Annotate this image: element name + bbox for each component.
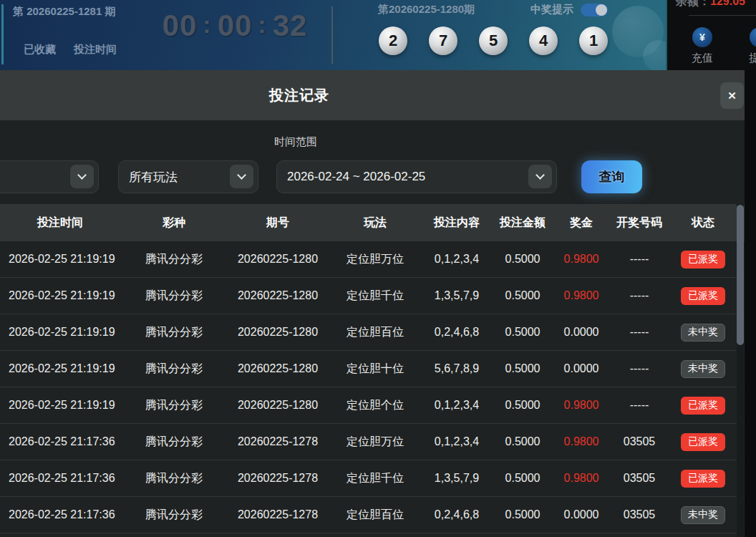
cell-draw: 03505 (609, 472, 670, 485)
cell-amount: 0.5000 (491, 253, 554, 266)
cell-period: 20260225-1280 (228, 399, 328, 412)
scrollbar-thumb[interactable] (737, 205, 744, 345)
balance: 余额：129.05 (676, 0, 745, 9)
modal-title: 投注记录 (242, 86, 357, 105)
dropdown-button[interactable] (70, 165, 94, 188)
cell-lottery: 腾讯分分彩 (120, 325, 228, 340)
cell-content: 0,1,2,3,4 (422, 435, 491, 448)
countdown-seconds: 32 (273, 9, 308, 42)
favorited-button[interactable]: 已收藏 (24, 43, 56, 57)
cell-play: 定位胆百位 (328, 325, 422, 340)
status-badge: 已派奖 (681, 470, 725, 488)
draw-result-balls: 2 7 5 4 1 (379, 26, 608, 55)
cell-content: 5,6,7,8,9 (422, 362, 491, 375)
cell-time: 2026-02-25 21:19:19 (0, 253, 120, 266)
cell-amount: 0.5000 (491, 326, 554, 339)
cell-draw: ----- (609, 289, 670, 302)
cell-status: 已派奖 (670, 251, 736, 268)
screen: 第 20260225-1281 期 已收藏 投注时间 00:00:32 第202… (0, 0, 756, 537)
cell-period: 20260225-1280 (228, 326, 328, 339)
query-button[interactable]: 查询 (581, 160, 642, 193)
cell-status: 已派奖 (670, 433, 736, 451)
table-row: 2026-02-25 21:19:19腾讯分分彩20260225-1280定位胆… (0, 314, 745, 351)
cell-time: 2026-02-25 21:19:19 (0, 362, 120, 375)
table-row: 2026-02-25 21:17:36腾讯分分彩20260225-1278定位胆… (0, 424, 745, 460)
bet-records-modal: 投注记录 ✕ 时间范围 所有玩法 2026-02-24 ~ 2026-02-25… (0, 70, 745, 537)
cell-lottery: 腾讯分分彩 (120, 508, 228, 523)
cell-content: 0,1,2,3,4 (422, 253, 491, 266)
cell-lottery: 腾讯分分彩 (120, 362, 228, 377)
cell-amount: 0.5000 (491, 362, 554, 375)
header-accent-bar (1, 4, 4, 64)
cell-content: 0,2,4,6,8 (422, 326, 491, 339)
cell-play: 定位胆千位 (328, 471, 422, 486)
table-row: 2026-02-25 21:19:19腾讯分分彩20260225-1280定位胆… (0, 387, 745, 424)
chevron-down-icon (77, 170, 87, 180)
cell-content: 0,2,4,6,8 (422, 508, 491, 521)
yuan-icon: ¥ (692, 27, 712, 47)
status-badge: 未中奖 (681, 324, 725, 342)
close-button[interactable]: ✕ (720, 82, 744, 109)
win-tip-toggle[interactable] (581, 4, 608, 16)
close-icon: ✕ (727, 90, 737, 102)
play-type-select[interactable]: 所有玩法 (118, 160, 258, 193)
cell-draw: ----- (609, 326, 670, 339)
balance-label: 余额： (676, 0, 710, 7)
dropdown-button[interactable] (528, 165, 552, 188)
cell-amount: 0.5000 (491, 472, 554, 485)
cell-time: 2026-02-25 21:19:19 (0, 399, 120, 412)
column-header-prize: 奖金 (554, 216, 609, 231)
cell-prize: 0.9800 (554, 253, 609, 266)
column-header-amount: 投注金额 (491, 216, 554, 231)
win-tip-label: 中奖提示 (530, 3, 573, 16)
cell-time: 2026-02-25 21:17:36 (0, 508, 120, 521)
column-header-draw: 开奖号码 (609, 216, 670, 231)
countdown-separator: : (203, 11, 211, 38)
chevron-down-icon (536, 170, 545, 180)
cell-prize: 0.0000 (554, 362, 609, 375)
header-divider (331, 6, 333, 64)
cell-period: 20260225-1278 (228, 508, 328, 521)
table-row: 2026-02-25 21:19:19腾讯分分彩20260225-1280定位胆… (0, 241, 745, 278)
time-range-label: 时间范围 (274, 135, 317, 149)
countdown-minutes: 00 (218, 9, 253, 42)
lottery-select[interactable] (0, 160, 99, 193)
column-header-time: 投注时间 (0, 216, 120, 231)
toggle-knob (596, 4, 607, 16)
draw-ball: 1 (579, 26, 608, 55)
scrollbar-track[interactable] (737, 204, 744, 537)
column-header-lottery: 彩种 (120, 216, 228, 231)
date-range-select[interactable]: 2026-02-24 ~ 2026-02-25 (276, 160, 557, 193)
cell-period: 20260225-1278 (228, 435, 328, 448)
cell-prize: 0.9800 (554, 289, 609, 302)
cell-period: 20260225-1280 (228, 289, 328, 302)
cell-prize: 0.9800 (554, 399, 609, 412)
recharge-button[interactable]: ¥ 充值 (682, 27, 723, 65)
cell-period: 20260225-1278 (228, 472, 328, 485)
cell-amount: 0.5000 (491, 435, 554, 448)
status-badge: 未中奖 (681, 506, 725, 524)
cell-prize: 0.0000 (554, 326, 609, 339)
table-row: 2026-02-25 21:19:19腾讯分分彩20260225-1280定位胆… (0, 351, 745, 387)
cell-status: 未中奖 (670, 360, 736, 378)
cell-draw: ----- (609, 253, 670, 266)
cell-lottery: 腾讯分分彩 (120, 289, 228, 304)
draw-ball: 5 (479, 26, 508, 55)
cell-play: 定位胆十位 (328, 362, 422, 377)
cell-time: 2026-02-25 21:19:19 (0, 326, 120, 339)
withdraw-button[interactable]: ¥ 提现 (739, 27, 756, 65)
draw-ball: 2 (379, 26, 407, 55)
cell-draw: 03505 (609, 508, 670, 521)
bet-records-table: 投注时间 彩种 期号 玩法 投注内容 投注金额 奖金 开奖号码 状态 2026-… (0, 204, 745, 537)
cell-lottery: 腾讯分分彩 (120, 398, 228, 413)
recharge-label: 充值 (682, 52, 723, 65)
chevron-down-icon (237, 170, 246, 180)
table-row: 2026-02-25 21:17:36腾讯分分彩20260225-1278定位胆… (0, 460, 745, 497)
table-row: 2026-02-25 21:19:19腾讯分分彩20260225-1280定位胆… (0, 278, 745, 314)
cell-lottery: 腾讯分分彩 (120, 435, 228, 450)
bet-time-label: 投注时间 (74, 43, 117, 57)
dropdown-button[interactable] (230, 165, 253, 188)
cell-play: 定位胆个位 (328, 398, 422, 413)
wallet-panel: 余额：129.05 ¥ 充值 ¥ 提现 (666, 0, 756, 70)
cell-amount: 0.5000 (491, 289, 554, 302)
